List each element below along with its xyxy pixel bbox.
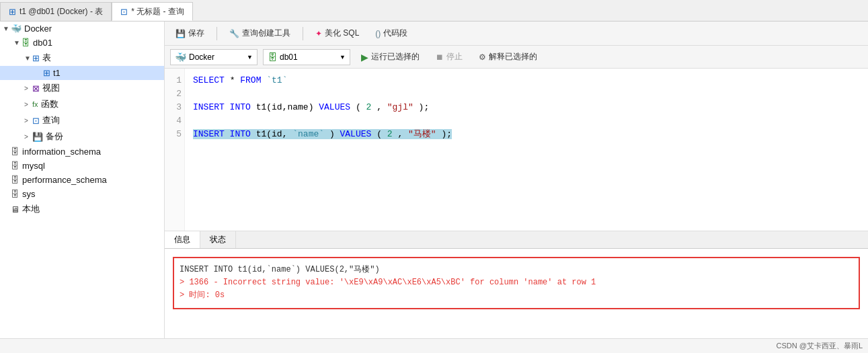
line-num-4: 4 (167, 114, 182, 128)
main-layout: ▼ 🐳 Docker ▼ 🗄 db01 ▼ ⊞ 表 ⊞ t1 > (0, 22, 868, 338)
tab-status[interactable]: 状态 (200, 231, 236, 248)
kw-values-5: VALUES (340, 129, 372, 139)
local-icon: 🖥 (11, 204, 19, 214)
code-line-3: INSERT INTO t1(id,name) VALUES ( 2 , "gj… (193, 101, 860, 114)
sidebar-queries-label: 查询 (42, 114, 60, 126)
code-snippet-button[interactable]: () 代码段 (370, 26, 413, 41)
kw-select: SELECT (193, 75, 225, 85)
error-line-2: > 1366 - Incorrect string value: '\xE9\x… (180, 276, 853, 289)
save-icon: 💾 (175, 29, 186, 38)
explain-icon: ⚙ (479, 52, 486, 62)
views-arrow: > (24, 85, 32, 92)
views-icon: ⊠ (32, 83, 40, 93)
conn-arrow-down: ▼ (247, 54, 253, 61)
highlighted-insert: INSERT INTO t1(id, `name` ) VALUES ( 2 ,… (193, 129, 452, 139)
sidebar-t1-label: t1 (53, 68, 61, 78)
sidebar-item-perf-schema[interactable]: 🗄 performance_schema (0, 173, 164, 187)
error-box: INSERT INTO t1(id,`name`) VALUES(2,"马楼")… (173, 257, 860, 309)
sidebar-funcs-label: 函数 (41, 98, 58, 110)
t1-icon: ⊞ (43, 68, 50, 78)
bottom-tabs: 信息 状态 (165, 231, 868, 249)
str-malou: "马楼" (408, 129, 436, 139)
funcs-arrow: > (24, 101, 32, 108)
code-label: 代码段 (383, 28, 407, 39)
num-2-5: 2 (387, 129, 393, 139)
beautify-button[interactable]: ✦ 美化 SQL (310, 26, 364, 41)
docker-arrow: ▼ (3, 25, 11, 32)
code-content[interactable]: SELECT * FROM `t1` INSERT INTO t1(id,nam… (185, 69, 868, 231)
sidebar-item-sys[interactable]: 🗄 sys (0, 187, 164, 201)
database-select[interactable]: 🗄 db01 ▼ (263, 49, 350, 65)
line-num-3: 3 (167, 101, 182, 114)
str-gjl: "gjl" (387, 102, 413, 112)
tab-query[interactable]: ⊡ * 无标题 - 查询 (112, 2, 193, 21)
sidebar-item-funcs[interactable]: > fx 函数 (0, 96, 164, 112)
save-label: 保存 (188, 28, 204, 39)
code-line-2 (193, 87, 860, 101)
backups-arrow: > (24, 133, 32, 141)
sidebar-item-db01[interactable]: ▼ 🗄 db01 (0, 36, 164, 50)
line-num-1: 1 (167, 74, 182, 87)
bottom-panel: 信息 状态 INSERT INTO t1(id,`name`) VALUES(2… (165, 231, 868, 338)
sidebar-perf-schema-label: performance_schema (22, 175, 107, 185)
tab-bar: ⊞ t1 @db01 (Docker) - 表 ⊡ * 无标题 - 查询 (0, 0, 868, 22)
sidebar: ▼ 🐳 Docker ▼ 🗄 db01 ▼ ⊞ 表 ⊞ t1 > (0, 22, 165, 338)
tab-table[interactable]: ⊞ t1 @db01 (Docker) - 表 (0, 2, 112, 21)
query-tab-icon: ⊡ (120, 7, 128, 17)
queries-arrow: > (24, 117, 32, 124)
perf-schema-icon: 🗄 (11, 175, 19, 185)
db-label: db01 (280, 52, 298, 62)
sidebar-local-label: 本地 (22, 203, 40, 215)
build-label: 查询创建工具 (242, 28, 290, 39)
kw-from: FROM (240, 75, 261, 85)
toolbar: 💾 保存 🔧 查询创建工具 ✦ 美化 SQL () 代码段 (165, 22, 868, 46)
db-icon: 🗄 (268, 52, 277, 63)
sidebar-item-mysql[interactable]: 🗄 mysql (0, 159, 164, 173)
queries-icon: ⊡ (32, 116, 40, 126)
connection-select[interactable]: 🐳 Docker ▼ (170, 49, 258, 65)
conn-bar: 🐳 Docker ▼ 🗄 db01 ▼ ▶ 运行已选择的 ⏹ 停止 ⚙ 解释已选… (165, 46, 868, 69)
tab-info[interactable]: 信息 (165, 231, 200, 248)
kw-insert-5: INSERT INTO (193, 129, 251, 139)
run-button[interactable]: ▶ 运行已选择的 (356, 49, 425, 65)
status-text: CSDN @艾卡西亚、暴雨L (776, 341, 863, 351)
line-num-5: 5 (167, 128, 182, 141)
sidebar-item-tables[interactable]: ▼ ⊞ 表 (0, 50, 164, 66)
sidebar-item-local[interactable]: 🖥 本地 (0, 201, 164, 217)
beautify-icon: ✦ (315, 29, 322, 38)
mysql-icon: 🗄 (11, 161, 19, 171)
stop-label: 停止 (446, 51, 463, 63)
line-num-2: 2 (167, 87, 182, 101)
sys-arrow (3, 190, 11, 198)
backups-icon: 💾 (32, 132, 43, 142)
sidebar-mysql-label: mysql (22, 161, 45, 171)
save-button[interactable]: 💾 保存 (170, 26, 210, 41)
explain-button[interactable]: ⚙ 解释已选择的 (473, 49, 543, 65)
editor-area[interactable]: 1 2 3 4 5 SELECT * FROM `t1` INSERT INTO… (165, 69, 868, 231)
sidebar-db01-label: db01 (33, 38, 52, 48)
funcs-icon: fx (32, 100, 38, 108)
sidebar-item-views[interactable]: > ⊠ 视图 (0, 80, 164, 96)
sidebar-item-backups[interactable]: > 💾 备份 (0, 128, 164, 145)
code-icon: () (375, 29, 381, 38)
local-arrow (3, 206, 11, 213)
status-bar: CSDN @艾卡西亚、暴雨L (0, 338, 868, 353)
num-2-3: 2 (366, 102, 372, 112)
stop-icon: ⏹ (436, 52, 444, 62)
info-schema-icon: 🗄 (11, 147, 19, 157)
toolbar-sep-2 (303, 27, 303, 40)
sidebar-item-docker[interactable]: ▼ 🐳 Docker (0, 22, 164, 36)
kw-values-3: VALUES (319, 102, 350, 112)
table-tab-icon: ⊞ (9, 7, 16, 17)
sidebar-item-queries[interactable]: > ⊡ 查询 (0, 112, 164, 128)
info-schema-arrow (3, 148, 11, 155)
stop-button[interactable]: ⏹ 停止 (430, 49, 468, 65)
build-query-button[interactable]: 🔧 查询创建工具 (224, 26, 296, 41)
explain-label: 解释已选择的 (489, 51, 537, 63)
sidebar-views-label: 视图 (42, 82, 60, 94)
sidebar-item-t1[interactable]: ⊞ t1 (0, 66, 164, 80)
conn-docker-label: Docker (189, 52, 214, 62)
sidebar-item-info-schema[interactable]: 🗄 information_schema (0, 145, 164, 159)
db-arrow-down: ▼ (340, 54, 346, 61)
db01-icon: 🗄 (22, 38, 30, 48)
